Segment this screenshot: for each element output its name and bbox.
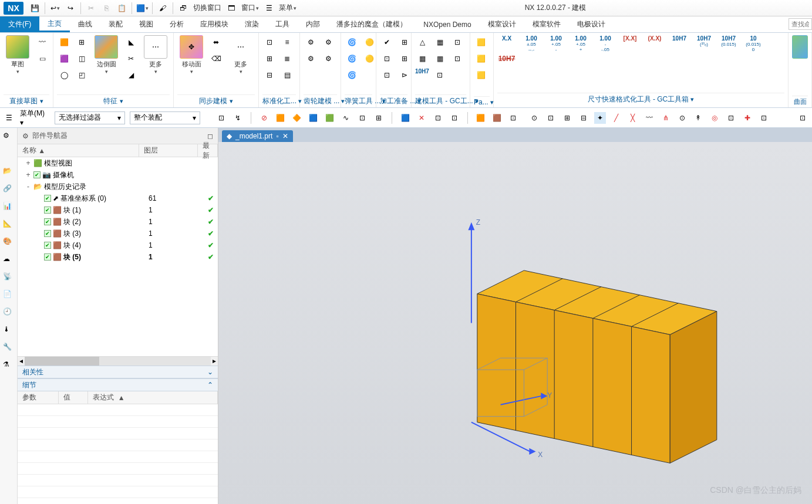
nav-icon[interactable]: 📂 (3, 167, 15, 178)
checkbox[interactable]: ✔ (44, 195, 51, 202)
delete-face-icon[interactable]: ⌫ (209, 52, 223, 66)
menu-tab-4[interactable]: 分析 (161, 16, 192, 32)
sel-icon[interactable]: ↯ (232, 112, 244, 124)
gear-icon[interactable]: ⚙ (321, 35, 335, 49)
trim-icon[interactable]: ✂ (124, 52, 138, 66)
menu-tab-0[interactable]: 主页 (39, 16, 70, 32)
box-icon[interactable]: 🟦▾ (136, 2, 149, 15)
col-latest[interactable]: 最新 (198, 144, 218, 157)
save-icon[interactable]: 💾 (28, 2, 41, 15)
dim-format-button[interactable]: 10H7(0.015) (719, 35, 738, 47)
rect-icon[interactable]: ▭ (35, 52, 49, 66)
spring-icon[interactable]: 🌀 (345, 52, 359, 66)
col-name[interactable]: 名称 ▲ (18, 144, 139, 157)
mfg-icon[interactable]: ⊡ (380, 68, 394, 82)
window-icon[interactable]: 🗖 (225, 2, 238, 15)
expander-icon[interactable]: + (25, 171, 32, 179)
nav-icon[interactable]: 📐 (3, 219, 15, 231)
checkbox[interactable]: ✔ (44, 242, 51, 249)
checkbox[interactable]: ✔ (44, 253, 51, 261)
sel-icon[interactable]: ∿ (340, 112, 352, 124)
sel-icon[interactable]: 🔶 (291, 112, 303, 124)
snap-icon[interactable]: ⊡ (725, 112, 737, 124)
gear-icon[interactable]: ⚙ (304, 52, 318, 66)
paste-icon[interactable]: 📋 (115, 2, 128, 15)
gear-icon[interactable]: ⚙ (321, 52, 335, 66)
move-face-button[interactable]: ✥ 移动面 ▾ (177, 35, 205, 75)
undo-icon[interactable]: ↩▾ (49, 2, 62, 15)
menu-tab-1[interactable]: 曲线 (70, 16, 100, 32)
nav-icon[interactable]: 📡 (3, 272, 15, 284)
edge-blend-button[interactable]: 边倒圆 ▾ (92, 35, 120, 75)
resize-icon[interactable]: ⬌ (209, 35, 223, 49)
sel-icon[interactable]: 🟦 (308, 112, 319, 124)
navigator-tree[interactable]: +🟩模型视图+✔📷摄像机-📂模型历史记录 ✔⬈基准坐标系 (0)61✔ ✔🟫块 … (18, 157, 218, 356)
menu-tab-2[interactable]: 装配 (100, 16, 131, 32)
sel-icon[interactable]: ⊡ (432, 112, 444, 124)
menu-icon[interactable]: ☰ (4, 112, 15, 124)
expander-icon[interactable] (35, 253, 42, 261)
snap-icon[interactable]: ⊙ (676, 112, 688, 124)
snap-icon[interactable]: ⊡ (758, 112, 770, 124)
dim-format-button[interactable]: X.X (497, 35, 516, 42)
mfg-icon[interactable]: ⊞ (397, 35, 412, 49)
extrude-icon[interactable]: 🟧 (57, 35, 71, 49)
tree-row[interactable]: +✔📷摄像机 (18, 169, 218, 181)
mfg-icon[interactable]: ⊳ (397, 68, 412, 82)
menu-tab-7[interactable]: 工具 (267, 16, 298, 32)
snap-icon[interactable]: ⊞ (561, 112, 573, 124)
snap-icon[interactable]: ╱ (611, 112, 622, 124)
nav-icon[interactable]: 🔧 (3, 343, 15, 354)
tool-icon[interactable]: ⊡ (450, 35, 464, 49)
nav-icon[interactable]: 🌡 (3, 325, 15, 337)
h-scrollbar[interactable]: ◂ ▸ (18, 356, 218, 366)
sel-icon[interactable]: ⊡ (215, 112, 227, 124)
window-label[interactable]: 窗口▾ (241, 3, 259, 13)
sel-icon[interactable]: 🟦 (399, 112, 411, 124)
sel-icon[interactable]: ⊞ (373, 112, 385, 124)
menu-tab-6[interactable]: 渲染 (237, 16, 267, 32)
draft-icon[interactable]: ◢ (124, 68, 138, 82)
col-value[interactable]: 值 (59, 391, 88, 404)
more-sync-button[interactable]: ⋯ 更多 ▾ (227, 35, 255, 75)
tree-row[interactable]: ✔🟫块 (4)1✔ (18, 239, 218, 251)
tab-close-icon[interactable]: ✕ (282, 132, 288, 140)
copy-icon[interactable]: ⎘ (100, 2, 113, 15)
menu-tab-13[interactable]: 电极设计 (569, 16, 614, 32)
tree-row[interactable]: ✔⬈基准坐标系 (0)61✔ (18, 192, 218, 204)
col-expr[interactable]: 表达式 ▲ (88, 391, 218, 404)
tool-icon[interactable]: ▦ (433, 35, 447, 49)
tool-icon[interactable]: △ (415, 35, 429, 49)
nav-icon[interactable]: 🎨 (3, 237, 15, 249)
sel-icon[interactable]: 🟩 (324, 112, 335, 124)
redo-icon[interactable]: ↪ (64, 2, 77, 15)
snap-icon[interactable]: ⊟ (578, 112, 589, 124)
tool-icon[interactable]: 10H7 (415, 68, 429, 75)
sketch-button[interactable]: 草图 ▾ (4, 35, 32, 75)
related-section[interactable]: 相关性⌄ (18, 366, 218, 378)
tool-icon[interactable]: ⊡ (433, 68, 447, 82)
sel-icon[interactable]: ✕ (416, 112, 427, 124)
sel-icon[interactable]: 🟧 (475, 112, 487, 124)
menu-tab-11[interactable]: 模室设计 (480, 16, 524, 32)
dim-format-button[interactable]: 10H7(¹⁰₀) (695, 35, 713, 47)
menu-tab-3[interactable]: 视图 (131, 16, 161, 32)
menu-dropdown-label[interactable]: 菜单▾ (279, 3, 297, 13)
shell-icon[interactable]: ◰ (75, 68, 89, 82)
scope-combo[interactable]: 整个装配▾ (130, 111, 200, 124)
expander-icon[interactable] (35, 194, 42, 202)
sel-icon[interactable]: ⊡ (356, 112, 368, 124)
dim-format-button[interactable]: 10H7 (670, 35, 689, 42)
expander-icon[interactable] (35, 229, 42, 238)
checkbox[interactable]: ✔ (33, 171, 41, 178)
dim-format-button[interactable]: 10H7 (497, 55, 516, 63)
nav-icon[interactable]: ⚗ (3, 360, 15, 372)
checkbox[interactable]: ✔ (44, 230, 51, 237)
snap-icon[interactable]: ⊙ (528, 112, 540, 124)
details-section[interactable]: 细节⌃ (18, 378, 218, 391)
menu-icon[interactable]: ☰ (262, 2, 275, 15)
std-icon[interactable]: ≡ (280, 35, 294, 49)
spring-icon[interactable]: 🌀 (345, 68, 359, 82)
dim-format-button[interactable]: 1.00+.05+ (571, 35, 590, 52)
tree-row[interactable]: ✔🟫块 (5)1✔ (18, 251, 218, 263)
